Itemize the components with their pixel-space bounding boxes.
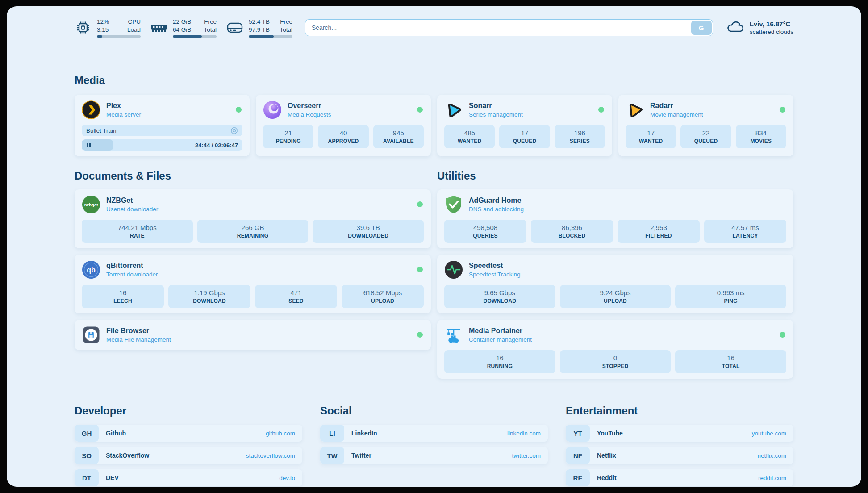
service-name: AdGuard Home <box>469 196 524 205</box>
service-name: Media Portainer <box>469 327 532 335</box>
dashboard-page: 12% 3.15 CPU Load <box>7 6 861 487</box>
status-online-dot <box>780 107 785 113</box>
bookmark-name: Netflix <box>597 452 616 459</box>
service-name: Plex <box>106 102 141 110</box>
bookmark-url: netflix.com <box>757 452 786 459</box>
service-card-filebrowser[interactable]: File Browser Media File Management <box>75 320 431 350</box>
adguard-icon <box>444 195 463 214</box>
nzbget-icon: nzbget <box>82 195 100 214</box>
bookmark-netflix[interactable]: NF Netflix netflix.com <box>566 447 793 464</box>
service-subtitle: Media server <box>106 111 141 118</box>
stat-tile: 471 SEED <box>255 285 337 308</box>
top-bar: 12% 3.15 CPU Load <box>75 18 793 38</box>
stat-tile: 498,508 QUERIES <box>444 220 526 243</box>
portainer-icon <box>444 326 463 344</box>
disk-labels: Free Total <box>280 18 292 33</box>
cpu-icon <box>75 19 92 36</box>
service-card-speedtest[interactable]: Speedtest Speedtest Tracking 9.65 Gbps D… <box>437 255 793 313</box>
bookmark-abbr: LI <box>320 425 344 442</box>
bookmark-url: twitter.com <box>512 452 541 459</box>
service-name: Speedtest <box>469 262 521 270</box>
bookmark-name: Reddit <box>597 474 617 481</box>
stat-tile: 266 GB REMAINING <box>197 220 309 243</box>
stat-tile: 39.6 TB DOWNLOADED <box>313 220 424 243</box>
bookmark-abbr: SO <box>75 447 99 464</box>
status-online-dot <box>417 107 423 113</box>
service-card-portainer[interactable]: Media Portainer Container management 16 … <box>437 320 793 379</box>
service-subtitle: Usenet downloader <box>106 206 158 213</box>
service-card-radarr[interactable]: Radarr Movie management 17 WANTED 22 QUE… <box>618 95 793 156</box>
service-card-sonarr[interactable]: Sonarr Series management 485 WANTED 17 Q… <box>437 95 612 156</box>
bookmark-name: StackOverflow <box>106 452 149 459</box>
service-card-plex[interactable]: Plex Media server Bullet Train <box>75 95 250 156</box>
bookmark-stackoverflow[interactable]: SO StackOverflow stackoverflow.com <box>75 447 302 464</box>
stat-tile: 2,953 FILTERED <box>618 220 700 243</box>
service-card-overseerr[interactable]: Overseerr Media Requests 21 PENDING 40 A… <box>256 95 431 156</box>
stat-tile: 40 APPROVED <box>318 125 368 148</box>
stat-tile: 47.57 ms LATENCY <box>704 220 786 243</box>
search-input[interactable] <box>305 19 713 36</box>
section-title-media: Media <box>75 74 793 87</box>
service-subtitle: Media File Management <box>106 336 171 343</box>
service-card-nzbget[interactable]: nzbget NZBGet Usenet downloader 744.21 M… <box>75 189 431 248</box>
status-online-dot <box>598 107 604 113</box>
sonarr-icon <box>444 100 463 119</box>
service-name: Radarr <box>650 102 703 110</box>
stat-tile: 1.19 Gbps DOWNLOAD <box>168 285 250 308</box>
now-playing-title: Bullet Train <box>86 127 117 134</box>
stat-tile: 86,396 BLOCKED <box>531 220 613 243</box>
service-name: Sonarr <box>469 102 523 110</box>
bookmark-twitter[interactable]: TW Twitter twitter.com <box>320 447 548 464</box>
service-subtitle: Container management <box>469 336 532 343</box>
bookmark-url: github.com <box>266 430 295 437</box>
pause-icon <box>86 142 91 148</box>
service-card-qbittorrent[interactable]: qb qBittorrent Torrent downloader 16 LEE… <box>75 255 431 313</box>
header-divider <box>75 46 793 46</box>
svg-text:nzbget: nzbget <box>84 202 98 207</box>
stat-tile: 945 AVAILABLE <box>373 125 424 148</box>
weather-location-temp: Lviv, 16.87°C <box>750 20 793 28</box>
service-subtitle: Series management <box>469 111 523 118</box>
bookmark-name: YouTube <box>597 430 623 437</box>
memory-labels: Free Total <box>204 18 217 33</box>
disk-icon <box>226 19 243 36</box>
section-title-developer: Developer <box>75 405 302 417</box>
service-card-adguard[interactable]: AdGuard Home DNS and adblocking 498,508 … <box>437 189 793 248</box>
status-online-dot <box>417 267 423 272</box>
bookmark-abbr: DT <box>75 469 99 486</box>
plex-icon <box>82 100 100 119</box>
section-title-entertainment: Entertainment <box>566 405 793 417</box>
filebrowser-icon <box>82 326 100 344</box>
bookmark-url: linkedin.com <box>507 430 541 437</box>
disk-values: 52.4 TB 97.9 TB <box>249 18 270 33</box>
section-title-utilities: Utilities <box>437 170 793 182</box>
cpu-progress-bar <box>97 35 141 38</box>
resource-cpu: 12% 3.15 CPU Load <box>75 18 141 38</box>
session-icon <box>230 127 238 134</box>
bookmark-linkedin[interactable]: LI LinkedIn linkedin.com <box>320 425 548 442</box>
bookmark-github[interactable]: GH Github github.com <box>75 425 302 442</box>
section-title-social: Social <box>320 405 548 417</box>
disk-progress-bar <box>249 35 292 38</box>
stat-tile: 17 WANTED <box>626 125 676 148</box>
bookmark-url: reddit.com <box>758 475 786 481</box>
bookmark-url: youtube.com <box>752 430 786 437</box>
resource-widgets: 12% 3.15 CPU Load <box>75 18 292 38</box>
qbittorrent-icon: qb <box>82 260 100 279</box>
bookmark-name: LinkedIn <box>351 430 377 437</box>
stat-tile: 16 LEECH <box>82 285 164 308</box>
stat-tile: 16 RUNNING <box>444 350 555 373</box>
bookmark-abbr: NF <box>566 447 590 464</box>
search-provider-button[interactable]: G <box>691 21 712 35</box>
bookmark-name: Github <box>106 430 126 437</box>
bookmark-youtube[interactable]: YT YouTube youtube.com <box>566 425 793 442</box>
section-title-documents-files: Documents & Files <box>75 170 431 182</box>
stat-tile: 22 QUEUED <box>680 125 731 148</box>
resource-disk: 52.4 TB 97.9 TB Free Total <box>226 18 292 38</box>
bookmark-reddit[interactable]: RE Reddit reddit.com <box>566 469 793 486</box>
service-subtitle: Speedtest Tracking <box>469 271 521 278</box>
bookmark-abbr: TW <box>320 447 344 464</box>
cloud-icon <box>726 20 744 36</box>
bookmark-dev[interactable]: DT DEV dev.to <box>75 469 302 486</box>
stat-tile: 618.52 Mbps UPLOAD <box>342 285 424 308</box>
